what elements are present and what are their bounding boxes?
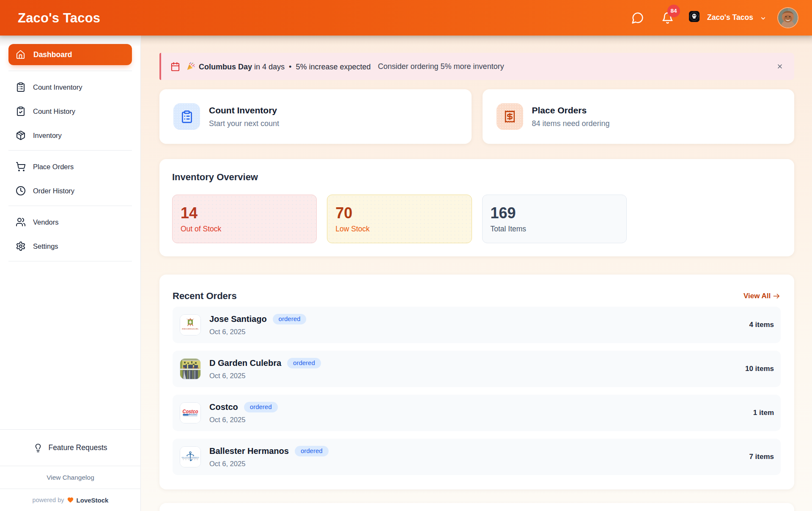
svg-text:JOSE SANTIAGO, INC.: JOSE SANTIAGO, INC.	[182, 328, 199, 330]
svg-text:WHOLESALE: WHOLESALE	[189, 413, 198, 416]
svg-text:BALLESTER HERMANOS: BALLESTER HERMANOS	[182, 456, 199, 459]
